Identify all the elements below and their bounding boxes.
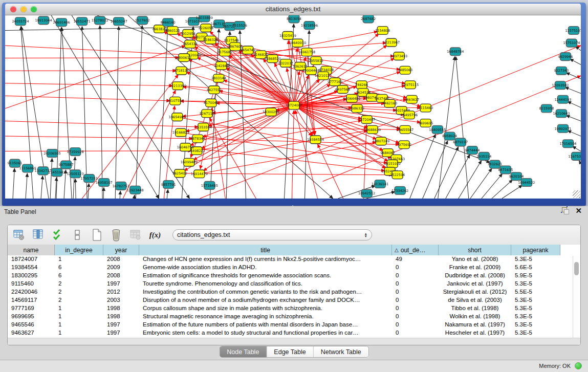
- cell-pagerank[interactable]: 5.3E-5: [511, 329, 560, 337]
- graph-edge[interactable]: [5, 151, 191, 151]
- delete-icon[interactable]: [110, 229, 122, 241]
- graph-edge[interactable]: [292, 111, 294, 199]
- graph-node[interactable]: 9857791: [161, 181, 176, 189]
- graph-edge[interactable]: [566, 115, 581, 121]
- cell-short[interactable]: Nakamura et al. (1997): [439, 321, 511, 329]
- graph-node[interactable]: 2522594: [390, 171, 405, 179]
- graph-node[interactable]: 9474444: [465, 146, 480, 155]
- graph-node[interactable]: 17334262: [391, 186, 408, 194]
- graph-edge[interactable]: [410, 134, 435, 199]
- graph-node[interactable]: 8471635: [498, 166, 513, 174]
- cell-short[interactable]: Dudbridge et al. (2008): [439, 272, 511, 280]
- graph-node[interactable]: 16848784: [447, 48, 464, 56]
- cell-out_degree[interactable]: 0: [392, 329, 439, 337]
- graph-node[interactable]: 8878344: [190, 135, 205, 143]
- table-select-dropdown[interactable]: citations_edges.txt ▲▼: [172, 229, 372, 240]
- column-header-name[interactable]: name: [8, 245, 55, 255]
- cell-out_degree[interactable]: 0: [392, 304, 439, 313]
- table-row[interactable]: 946362711997Embryonic stem cells: a mode…: [8, 329, 580, 337]
- cell-year[interactable]: 1997: [103, 321, 139, 329]
- cell-name[interactable]: 22420046: [8, 288, 55, 296]
- graph-edge[interactable]: [364, 124, 367, 199]
- graph-node[interactable]: 10409555: [429, 125, 446, 134]
- tab-node-table[interactable]: Node Table: [220, 346, 267, 357]
- graph-edge[interactable]: [434, 147, 459, 199]
- graph-node[interactable]: 19654985: [169, 113, 186, 121]
- graph-node[interactable]: 18640910: [289, 39, 306, 47]
- graph-node[interactable]: 6879197: [453, 138, 468, 146]
- graph-edge[interactable]: [573, 146, 581, 151]
- graph-node[interactable]: 3175685: [217, 48, 232, 56]
- cell-title[interactable]: Genome-wide association studies in ADHD.: [139, 264, 392, 272]
- cell-in_degree[interactable]: 1: [55, 321, 103, 329]
- graph-edge[interactable]: [579, 161, 581, 164]
- graph-edge[interactable]: [120, 191, 120, 199]
- graph-edge[interactable]: [568, 101, 581, 107]
- graph-node[interactable]: 10655247: [111, 17, 127, 26]
- graph-edge[interactable]: [136, 26, 142, 199]
- cell-name[interactable]: 18724007: [8, 255, 55, 264]
- cell-out_degree[interactable]: 0: [392, 264, 439, 272]
- graph-edge[interactable]: [88, 183, 89, 199]
- cell-short[interactable]: Franke et al. (2009): [439, 264, 511, 272]
- graph-edge[interactable]: [5, 121, 198, 127]
- graph-node[interactable]: 20691406: [53, 18, 70, 27]
- cell-year[interactable]: 2009: [103, 264, 139, 272]
- graph-node[interactable]: 19218596: [301, 21, 318, 30]
- graph-edge[interactable]: [5, 136, 192, 139]
- cell-title[interactable]: Estimation of significance thresholds fo…: [139, 272, 392, 280]
- cell-name[interactable]: 18300295: [8, 272, 55, 280]
- graph-node[interactable]: 7955812: [309, 57, 323, 65]
- cell-in_degree[interactable]: 2: [55, 288, 103, 296]
- cell-pagerank[interactable]: 5.3E-5: [511, 255, 560, 264]
- cell-short[interactable]: Wolkin et al. (1998): [439, 313, 511, 321]
- cell-in_degree[interactable]: 6: [55, 272, 103, 280]
- graph-node[interactable]: 9463627: [404, 95, 419, 103]
- graph-node[interactable]: 8170049: [204, 99, 219, 107]
- graph-edge[interactable]: [566, 73, 581, 79]
- cell-out_degree[interactable]: 0: [392, 288, 439, 296]
- graph-node[interactable]: 8958924: [442, 132, 457, 140]
- graph-edge[interactable]: [13, 168, 14, 199]
- tab-edge-table[interactable]: Edge Table: [267, 346, 313, 357]
- float-panel-icon[interactable]: [562, 207, 569, 214]
- cell-short[interactable]: Jankovic et al. (1997): [439, 280, 511, 288]
- graph-edge[interactable]: [72, 15, 189, 199]
- cell-out_degree[interactable]: 0: [392, 272, 439, 280]
- graph-edge[interactable]: [423, 141, 448, 199]
- cell-in_degree[interactable]: 6: [55, 264, 103, 272]
- graph-edge[interactable]: [115, 27, 119, 199]
- cell-out_degree[interactable]: 0: [392, 313, 439, 321]
- graph-node[interactable]: 2935114: [476, 152, 491, 161]
- network-window-titlebar[interactable]: citations_edges.txt: [5, 4, 581, 15]
- cell-year[interactable]: 2008: [103, 255, 139, 264]
- graph-edge[interactable]: [100, 26, 102, 199]
- graph-edge[interactable]: [75, 179, 76, 199]
- graph-edge[interactable]: [502, 185, 522, 199]
- cell-year[interactable]: 1998: [103, 304, 139, 313]
- graph-edge[interactable]: [180, 173, 392, 175]
- graph-edge[interactable]: [5, 58, 179, 58]
- network-graph[interactable]: 1872400718300295222605898275088186328812…: [5, 15, 581, 199]
- graph-node[interactable]: 7515526: [232, 21, 247, 30]
- column-header-year[interactable]: year: [103, 245, 139, 255]
- graph-node[interactable]: 9227343: [554, 67, 569, 75]
- graph-node[interactable]: 746266: [355, 81, 368, 89]
- memory-ok-icon[interactable]: [575, 362, 582, 369]
- table-row[interactable]: 969969511998Structural magnetic resonanc…: [8, 313, 580, 321]
- graph-node[interactable]: 12093582: [552, 81, 569, 90]
- graph-edge[interactable]: [570, 59, 581, 64]
- table-row[interactable]: 946554611997Estimation of the future num…: [8, 321, 580, 329]
- network-window[interactable]: citations_edges.txt 18724007183002952226…: [2, 3, 586, 206]
- graph-node[interactable]: 7625402: [172, 169, 187, 178]
- cell-year[interactable]: 1997: [103, 280, 139, 288]
- graph-node[interactable]: 2718126: [174, 67, 189, 75]
- graph-node[interactable]: 14136141: [372, 180, 388, 188]
- graph-node[interactable]: 9242848: [214, 61, 229, 70]
- cell-out_degree[interactable]: 0: [392, 280, 439, 288]
- cell-title[interactable]: Investigating the contribution of common…: [139, 288, 392, 296]
- graph-node[interactable]: 9975887: [59, 161, 74, 169]
- cell-in_degree[interactable]: 2: [55, 296, 103, 304]
- node-layer[interactable]: 1872400718300295222605898275088186328812…: [8, 15, 581, 198]
- cell-year[interactable]: 2008: [103, 272, 139, 280]
